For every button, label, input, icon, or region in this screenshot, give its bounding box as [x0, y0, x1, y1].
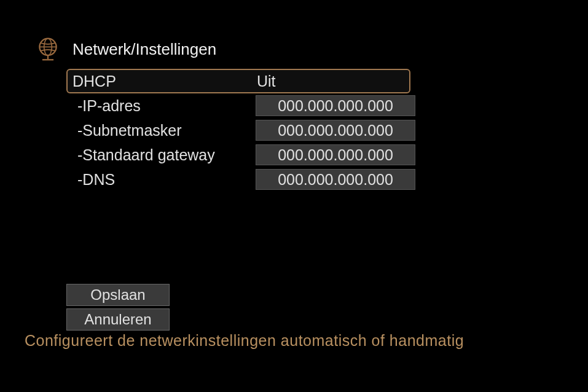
- setting-dhcp[interactable]: DHCP Uit: [66, 69, 410, 93]
- setting-dns[interactable]: -DNS 000.000.000.000: [66, 167, 410, 192]
- setting-value-subnet[interactable]: 000.000.000.000: [256, 120, 415, 141]
- setting-label-dns: -DNS: [71, 171, 256, 189]
- help-text: Configureert de netwerkinstellingen auto…: [25, 332, 464, 350]
- globe-icon: [36, 37, 60, 61]
- setting-label-ip: -IP-adres: [71, 97, 256, 115]
- setting-ip-address[interactable]: -IP-adres 000.000.000.000: [66, 93, 410, 118]
- setting-value-dhcp: Uit: [257, 73, 276, 90]
- setting-label-gateway: -Standaard gateway: [71, 146, 256, 164]
- page-title: Netwerk/Instellingen: [73, 40, 216, 59]
- setting-label-subnet: -Subnetmasker: [71, 122, 256, 139]
- setting-value-ip[interactable]: 000.000.000.000: [256, 95, 415, 116]
- setting-default-gateway[interactable]: -Standaard gateway 000.000.000.000: [66, 143, 410, 167]
- setting-subnet-mask[interactable]: -Subnetmasker 000.000.000.000: [66, 118, 410, 143]
- cancel-button[interactable]: Annuleren: [66, 308, 170, 331]
- setting-value-gateway[interactable]: 000.000.000.000: [256, 144, 415, 165]
- setting-label-dhcp: DHCP: [73, 73, 257, 90]
- setting-value-dns[interactable]: 000.000.000.000: [256, 169, 415, 190]
- save-button[interactable]: Opslaan: [66, 284, 170, 306]
